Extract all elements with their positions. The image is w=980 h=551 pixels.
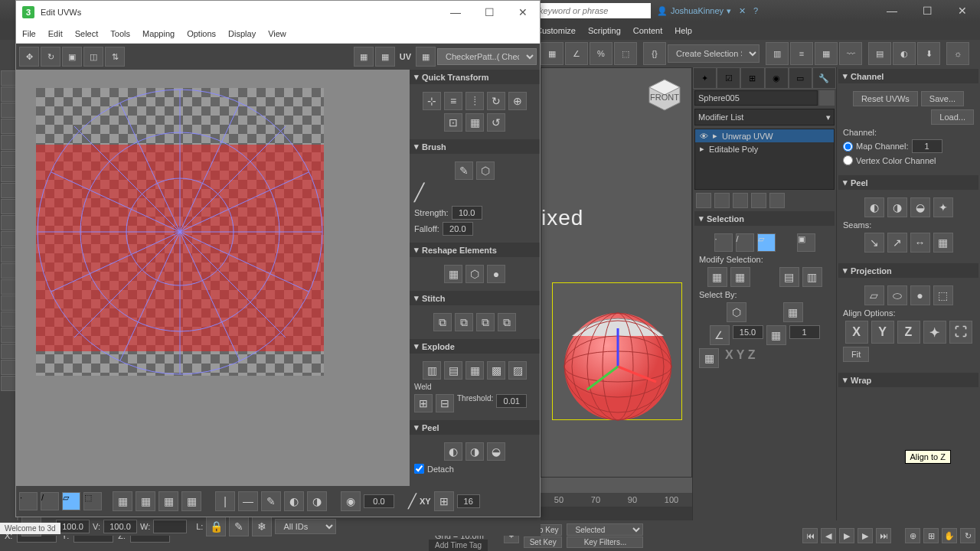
qt-3[interactable]: ⦙ [466,92,484,110]
menu-scripting[interactable]: Scripting [588,26,621,35]
snow-icon[interactable]: ❄ [252,517,272,536]
vertex-subobj[interactable]: · [714,233,733,252]
reshape-1[interactable]: ▦ [444,265,462,283]
element-subobj[interactable]: ▣ [797,233,815,252]
uvw-menu-select[interactable]: Select [75,29,99,38]
menu-content[interactable]: Content [633,26,663,35]
uvw-menu-file[interactable]: File [22,29,36,38]
qt-7[interactable]: ▦ [466,113,484,132]
tool-15[interactable] [1,295,16,311]
spinner-snap-button[interactable]: ⬚ [614,42,637,65]
seam-1-button[interactable]: ↘ [864,233,884,253]
curve-editor-button[interactable]: 〰 [839,42,862,65]
matid-button[interactable]: ▦ [783,302,803,322]
rotate-button[interactable]: ↻ [41,47,60,67]
render-setup-button[interactable]: ⬇ [917,42,940,65]
make-unique-button[interactable] [733,193,748,208]
align-y-button[interactable]: Y [871,321,894,344]
ring-button[interactable]: ▤ [779,267,799,287]
remove-modifier-button[interactable] [751,193,766,208]
tool-11[interactable] [1,231,16,246]
utilities-tab[interactable]: 🔧 [812,67,836,89]
seam-4-button[interactable]: ▦ [933,233,953,253]
grow-button[interactable]: ▦ [707,267,727,287]
planar-map-button[interactable]: ▱ [864,285,884,305]
uv-vertex-subobj[interactable]: · [19,492,38,510]
viewcube[interactable]: FRONT [645,76,684,114]
show-end-result-button[interactable] [714,193,730,208]
hierarchy-tab[interactable]: ⊞ [740,67,764,89]
uvw-menu-edit[interactable]: Edit [48,29,63,38]
uvw-maximize-button[interactable]: ☐ [479,5,500,20]
exp-2[interactable]: ▤ [444,361,462,380]
angle-button[interactable]: ∠ [710,325,730,345]
checker-dropdown[interactable]: CheckerPatt..( Checker ) [437,48,537,65]
peel-side-header[interactable]: ▾ Peel [410,420,540,435]
brush-icon[interactable]: ✎ [229,517,249,536]
seam-2-button[interactable]: ↗ [887,233,907,253]
brush-header[interactable]: ▾ Brush [410,139,540,154]
stitch-1[interactable]: ⧉ [433,313,452,331]
reset-uvws-button[interactable]: Reset UVWs [853,91,918,106]
menu-customize[interactable]: Customize [536,26,576,35]
snap-toggle-button[interactable]: ▦ [541,42,564,65]
allids-dropdown[interactable]: All IDs [275,519,336,534]
exp-4[interactable]: ▩ [487,361,505,380]
move-button[interactable]: ✥ [19,47,39,67]
seam-3-button[interactable]: ↔ [910,233,930,253]
display-tab[interactable]: ▭ [789,67,812,89]
align-x-button[interactable]: X [845,321,868,344]
smooth-group-button[interactable]: ▦ [766,325,786,345]
nav-2-button[interactable]: ⊞ [923,528,939,543]
projection-rollout-header[interactable]: ▾ Projection [838,263,978,278]
shrink-button[interactable]: ▦ [730,267,750,287]
align-normal-button[interactable]: ✦ [923,321,946,344]
angle-spinner[interactable] [733,325,763,339]
loop-button[interactable]: ▥ [802,267,822,287]
weld-1[interactable]: ⊞ [414,394,433,412]
tool-14[interactable] [1,279,16,295]
keyfilters-button[interactable]: Key Filters... [567,536,643,548]
uv-edge-subobj[interactable]: / [41,492,59,510]
stitch-4[interactable]: ⧉ [498,313,516,331]
sg-spinner[interactable] [789,325,820,339]
map-channel-radio[interactable] [843,142,853,152]
peel-s3[interactable]: ◒ [487,442,505,461]
map-channel-spinner[interactable] [912,139,942,153]
tool-5[interactable] [1,135,16,150]
maximize-button[interactable]: ☐ [910,0,945,21]
tool-2[interactable] [1,86,16,102]
angle-snap-button[interactable]: ∠ [565,42,588,65]
peel-2-button[interactable]: ◑ [887,197,907,217]
close-x-icon[interactable]: ✕ [739,6,746,16]
options-button[interactable]: ▦ [375,47,395,67]
uvw-menu-view[interactable]: View [268,29,286,38]
peel-s1[interactable]: ◐ [444,442,462,461]
reshape-3[interactable]: ● [487,265,505,283]
qt-8[interactable]: ↺ [487,113,505,132]
object-name-input[interactable] [694,90,818,106]
help-icon[interactable]: ? [753,6,758,15]
object-color-swatch[interactable] [819,90,835,106]
threshold-spinner[interactable] [496,394,527,408]
uvw-minimize-button[interactable]: — [445,5,466,20]
uvb-1[interactable]: ▦ [113,491,132,511]
tool-4[interactable] [1,119,16,134]
minimize-button[interactable]: — [874,0,910,21]
tool-20[interactable] [1,376,16,391]
search-input[interactable] [536,3,651,18]
w-input[interactable] [153,520,187,533]
softsel-button[interactable]: ◉ [341,491,361,511]
edge-subobj[interactable]: / [736,233,754,252]
grid-button[interactable]: ▦ [354,47,374,67]
tool-18[interactable] [1,344,16,359]
u-input[interactable] [56,520,90,533]
render-button[interactable]: ☼ [946,42,969,65]
align-z-button[interactable]: Z [897,321,920,344]
next-frame-button[interactable]: ▶ [858,528,873,543]
quick-transform-header[interactable]: ▾ Quick Transform [410,70,540,84]
align-view-button[interactable]: ⛶ [949,321,972,344]
grid-spinner[interactable] [457,494,480,508]
selection-set-button[interactable]: {} [643,42,666,65]
peel-3-button[interactable]: ◒ [910,197,930,217]
